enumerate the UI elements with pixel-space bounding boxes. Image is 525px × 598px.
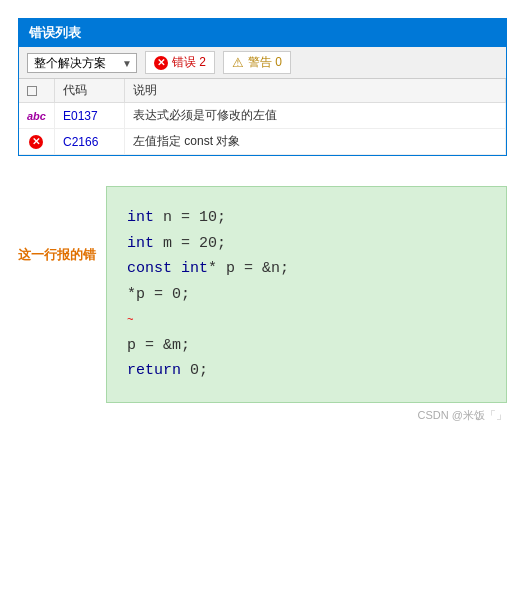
abc-icon: abc — [27, 110, 46, 122]
code-line: p = &m; — [127, 333, 482, 359]
plain-token: * p = &n; — [208, 260, 289, 277]
error-row-icon: ✕ — [29, 135, 43, 149]
warning-badge[interactable]: ⚠ 警告 0 — [223, 51, 291, 74]
row-icon-cell: abc — [19, 103, 54, 129]
keyword-token: return — [127, 362, 181, 379]
watermark: CSDN @米饭「」 — [418, 408, 507, 423]
error-x-icon: ✕ — [154, 56, 168, 70]
table-row[interactable]: abcE0137表达式必须是可修改的左值 — [19, 103, 506, 129]
row-icon-cell: ✕ — [19, 129, 54, 155]
error-badge[interactable]: ✕ 错误 2 — [145, 51, 215, 74]
arrow-label: 这一行报的错 — [18, 246, 96, 264]
code-line: const int* p = &n; — [127, 256, 482, 282]
error-table: 代码 说明 abcE0137表达式必须是可修改的左值✕C2166左值指定 con… — [19, 79, 506, 155]
code-line: int m = 20; — [127, 231, 482, 257]
col-header-code: 代码 — [54, 79, 124, 103]
scope-dropdown-wrapper[interactable]: 整个解决方案 当前文档 当前项目 ▼ — [27, 53, 137, 73]
error-table-body: abcE0137表达式必须是可修改的左值✕C2166左值指定 const 对象 — [19, 103, 506, 155]
keyword-token: const — [127, 260, 172, 277]
col-header-icon — [19, 79, 54, 103]
panel-title: 错误列表 — [19, 19, 506, 47]
warning-badge-label: 警告 0 — [248, 54, 282, 71]
plain-token: *p = 0; — [127, 286, 190, 303]
filter-icon — [27, 86, 37, 96]
row-desc: 表达式必须是可修改的左值 — [124, 103, 505, 129]
plain-token: n = 10; — [154, 209, 226, 226]
code-block: int n = 10;int m = 20;const int* p = &n;… — [106, 186, 507, 403]
error-panel: 错误列表 整个解决方案 当前文档 当前项目 ▼ ✕ 错误 2 ⚠ 警告 0 — [18, 18, 507, 156]
table-row[interactable]: ✕C2166左值指定 const 对象 — [19, 129, 506, 155]
plain-token: p = &m; — [127, 337, 190, 354]
warning-triangle-icon: ⚠ — [232, 55, 244, 70]
plain-token — [172, 260, 181, 277]
scope-dropdown[interactable]: 整个解决方案 当前文档 当前项目 — [27, 53, 137, 73]
code-line: int n = 10; — [127, 205, 482, 231]
code-line: *p = 0;~ — [127, 282, 482, 333]
code-section: 这一行报的错 int n = 10;int m = 20;const int* … — [18, 186, 507, 403]
row-code: C2166 — [54, 129, 124, 155]
keyword-token: int — [127, 235, 154, 252]
panel-toolbar: 整个解决方案 当前文档 当前项目 ▼ ✕ 错误 2 ⚠ 警告 0 — [19, 47, 506, 79]
row-code: E0137 — [54, 103, 124, 129]
keyword-token: int — [127, 209, 154, 226]
table-header-row: 代码 说明 — [19, 79, 506, 103]
error-badge-label: 错误 2 — [172, 54, 206, 71]
keyword-token: int — [181, 260, 208, 277]
plain-token: 0; — [181, 362, 208, 379]
row-desc: 左值指定 const 对象 — [124, 129, 505, 155]
plain-token: m = 20; — [154, 235, 226, 252]
squiggle-indicator: ~ — [127, 314, 134, 326]
col-header-desc: 说明 — [124, 79, 505, 103]
code-line: return 0; — [127, 358, 482, 384]
